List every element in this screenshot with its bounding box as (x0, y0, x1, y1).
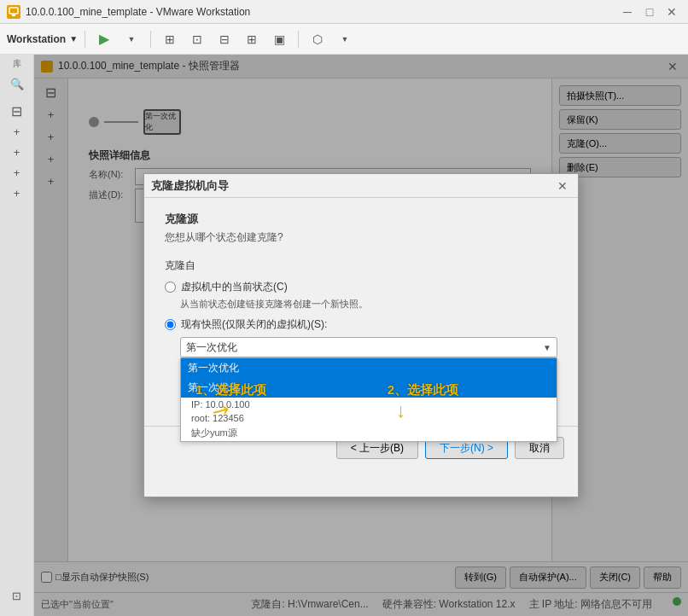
maximize-button[interactable]: □ (640, 5, 659, 19)
clone-wizard-dialog: 克隆虚拟机向导 ✕ 克隆源 您想从哪个状态创建克隆? 克隆自 虚拟机中的当前状态… (143, 173, 579, 497)
nav-btn-3[interactable]: + (3, 142, 31, 162)
dialog-close-button[interactable]: ✕ (554, 177, 571, 195)
radio-group: 虚拟机中的当前状态(C) 从当前状态创建链接克隆将创建一个新快照。 (165, 280, 557, 311)
snapshot-dropdown[interactable]: 第一次优化 ▼ (180, 337, 557, 357)
vm-button-1[interactable]: ⊞ (158, 27, 182, 51)
close-button[interactable]: ✕ (662, 5, 681, 19)
vm-button-5[interactable]: ▣ (267, 27, 291, 51)
dropdown-subitem-3: 缺少yum源 (181, 425, 557, 441)
svg-rect-1 (12, 15, 15, 16)
vm-button-2[interactable]: ⊡ (185, 27, 209, 51)
toolbar-separator-2 (150, 31, 151, 48)
content-area: 10.0.0.100_mine_template - 快照管理器 ✕ ⊟ + +… (34, 55, 688, 616)
radio-item-1: 虚拟机中的当前状态(C) (165, 280, 557, 294)
radio2-label[interactable]: 现有快照(仅限关闭的虚拟机)(S): (181, 317, 327, 332)
toolbar-separator-1 (85, 31, 85, 48)
radio1-desc: 从当前状态创建链接克隆将创建一个新快照。 (180, 298, 557, 311)
snapshot-select-group: 现有快照(仅限关闭的虚拟机)(S): 第一次优化 ▼ 第一次优化 第一 (165, 317, 557, 357)
workstation-menu[interactable]: Workstation ▼ (7, 33, 78, 45)
dropdown-arrow-icon: ▼ (543, 343, 551, 352)
radio-existing-snapshot[interactable] (165, 319, 176, 330)
search-left-btn[interactable]: 🔍 (3, 73, 31, 94)
dropdown-item-1[interactable]: 第一次优化 (181, 378, 557, 398)
workstation-label: Workstation (7, 33, 66, 45)
lib-label: 库 (13, 58, 21, 70)
svg-rect-0 (9, 8, 18, 14)
dropdown-item-0[interactable]: 第一次优化 (181, 358, 557, 378)
section-title: 克隆源 (165, 212, 557, 227)
nav-btn-bottom[interactable]: ⊡ (3, 585, 31, 606)
dialog-body: 克隆源 您想从哪个状态创建克隆? 克隆自 虚拟机中的当前状态(C) 从当前状态创… (144, 198, 578, 375)
left-nav: 库 🔍 ⊟ + + + + ⊡ (0, 55, 34, 616)
main-toolbar: Workstation ▼ ▶ ▼ ⊞ ⊡ ⊟ ⊞ ▣ ⬡ ▼ (0, 24, 688, 55)
minimize-button[interactable]: ─ (618, 5, 637, 19)
radio-item-2-row: 现有快照(仅限关闭的虚拟机)(S): (165, 317, 557, 332)
radio-current-state[interactable] (165, 282, 176, 293)
nav-btn-1[interactable]: ⊟ (3, 101, 31, 121)
usb-arrow-button[interactable]: ▼ (333, 27, 357, 51)
nav-btn-2[interactable]: + (3, 121, 31, 142)
dialog-title: 克隆虚拟机向导 (151, 178, 554, 194)
window-controls: ─ □ ✕ (618, 5, 681, 19)
workstation-arrow-icon: ▼ (69, 34, 78, 44)
group-title: 克隆自 (165, 259, 557, 273)
nav-btn-4[interactable]: + (3, 162, 31, 183)
main-layout: 库 🔍 ⊟ + + + + ⊡ 10.0.0.100_mine_template… (0, 55, 688, 616)
section-subtitle: 您想从哪个状态创建克隆? (165, 230, 557, 245)
dropdown-selected-text: 第一次优化 (186, 340, 543, 355)
dropdown-list: 第一次优化 第一次优化 IP: 10.0.0.100 root: 123456 … (180, 357, 557, 442)
app-title: 10.0.0.100_mine_template - VMware Workst… (26, 6, 613, 18)
dialog-overlay: 克隆虚拟机向导 ✕ 克隆源 您想从哪个状态创建克隆? 克隆自 虚拟机中的当前状态… (34, 55, 688, 616)
play-arrow-button[interactable]: ▼ (120, 27, 143, 51)
app-icon (7, 5, 20, 19)
play-button[interactable]: ▶ (92, 27, 116, 51)
vm-button-4[interactable]: ⊞ (240, 27, 264, 51)
snapshot-dropdown-wrapper: 第一次优化 ▼ 第一次优化 第一次优化 IP: 10.0.0.100 root:… (180, 337, 557, 357)
vm-button-3[interactable]: ⊟ (213, 27, 236, 51)
dropdown-subitem-1: IP: 10.0.0.100 (181, 398, 557, 411)
dropdown-subitem-2: root: 123456 (181, 411, 557, 425)
usb-button[interactable]: ⬡ (306, 27, 329, 51)
radio1-label[interactable]: 虚拟机中的当前状态(C) (181, 280, 288, 294)
dialog-titlebar: 克隆虚拟机向导 ✕ (144, 174, 578, 198)
app-titlebar: 10.0.0.100_mine_template - VMware Workst… (0, 0, 688, 24)
toolbar-separator-3 (298, 31, 299, 48)
nav-btn-5[interactable]: + (3, 183, 31, 203)
